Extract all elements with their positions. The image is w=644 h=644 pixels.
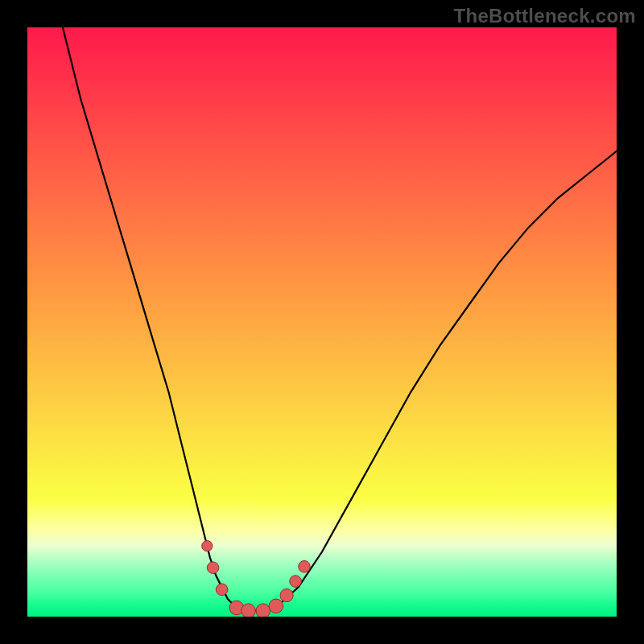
plot-area — [27, 27, 617, 617]
chart-svg — [27, 27, 617, 617]
watermark-text: TheBottleneck.com — [454, 5, 636, 27]
data-marker — [256, 604, 270, 617]
data-marker — [216, 584, 228, 596]
chart-frame: TheBottleneck.com — [0, 0, 644, 644]
bottleneck-curve — [63, 27, 617, 611]
data-marker — [280, 589, 293, 602]
data-marker — [269, 599, 283, 613]
data-marker — [202, 541, 213, 551]
data-marker — [207, 562, 219, 574]
data-marker — [290, 576, 302, 588]
data-marker — [242, 604, 256, 617]
data-marker — [299, 561, 311, 573]
